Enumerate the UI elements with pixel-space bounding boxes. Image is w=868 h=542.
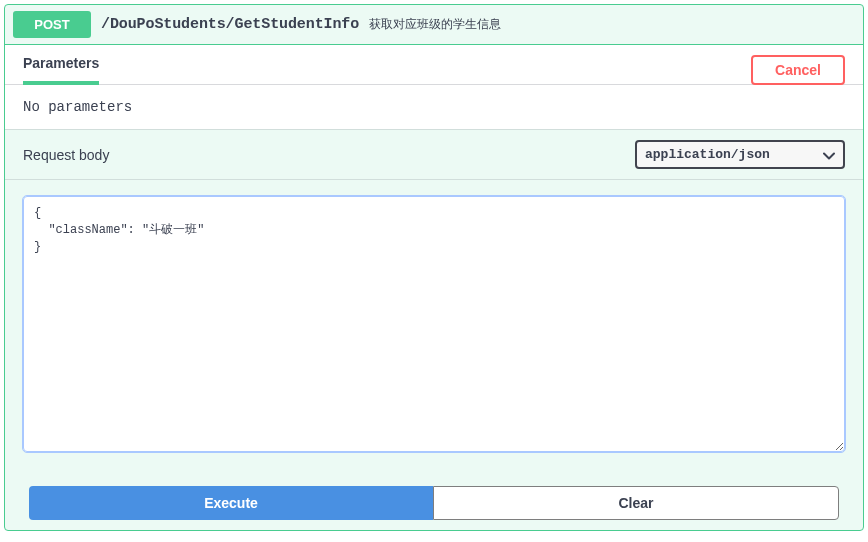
cancel-button[interactable]: Cancel [751, 55, 845, 85]
method-badge: POST [13, 11, 91, 38]
endpoint-summary: 获取对应班级的学生信息 [369, 16, 501, 33]
no-parameters-text: No parameters [5, 85, 863, 129]
clear-button[interactable]: Clear [433, 486, 839, 520]
request-body-editor-wrap [5, 180, 863, 462]
operation-panel: POST /DouPoStudents/GetStudentInfo 获取对应班… [4, 4, 864, 531]
execute-button[interactable]: Execute [29, 486, 433, 520]
request-body-header: Request body application/json [5, 129, 863, 180]
parameters-header: Parameters Cancel [5, 45, 863, 85]
content-type-select[interactable]: application/json [635, 140, 845, 169]
content-type-wrap: application/json [635, 140, 845, 169]
endpoint-path: /DouPoStudents/GetStudentInfo [101, 16, 359, 33]
request-body-input[interactable] [23, 196, 845, 452]
operation-header[interactable]: POST /DouPoStudents/GetStudentInfo 获取对应班… [5, 5, 863, 45]
request-body-title: Request body [23, 147, 109, 163]
parameters-title: Parameters [23, 55, 99, 85]
action-buttons: Execute Clear [5, 462, 863, 530]
request-body-section: Request body application/json Execute Cl… [5, 129, 863, 530]
